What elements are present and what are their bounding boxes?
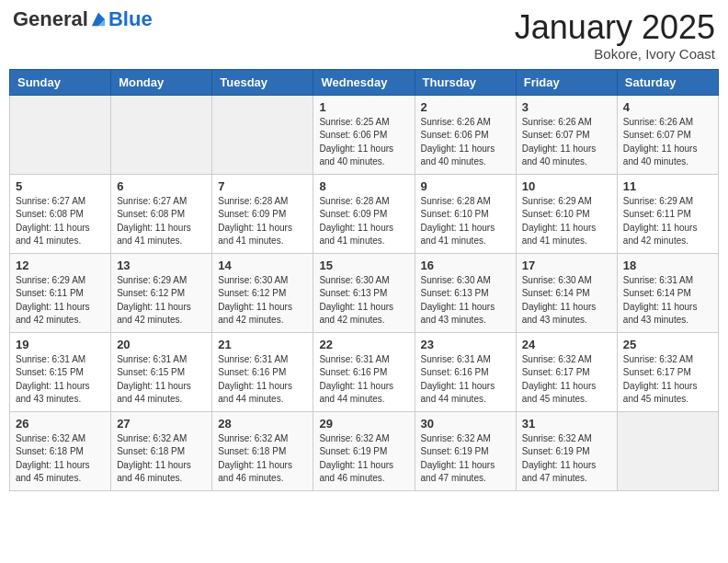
day-header-sunday: Sunday — [10, 69, 111, 95]
day-number: 14 — [218, 259, 307, 272]
day-info: Sunrise: 6:31 AM Sunset: 6:15 PM Dayligh… — [117, 353, 206, 407]
calendar-cell: 25Sunrise: 6:32 AM Sunset: 6:17 PM Dayli… — [617, 332, 718, 411]
calendar-cell: 18Sunrise: 6:31 AM Sunset: 6:14 PM Dayli… — [617, 253, 718, 332]
calendar-cell: 8Sunrise: 6:28 AM Sunset: 6:09 PM Daylig… — [313, 174, 415, 253]
day-number: 21 — [218, 338, 307, 351]
day-number: 9 — [421, 179, 510, 193]
calendar-cell: 3Sunrise: 6:26 AM Sunset: 6:07 PM Daylig… — [516, 95, 617, 174]
day-info: Sunrise: 6:28 AM Sunset: 6:10 PM Dayligh… — [421, 195, 510, 248]
day-info: Sunrise: 6:31 AM Sunset: 6:15 PM Dayligh… — [16, 353, 105, 407]
day-number: 25 — [623, 338, 712, 351]
day-info: Sunrise: 6:29 AM Sunset: 6:11 PM Dayligh… — [623, 195, 712, 248]
calendar-cell: 11Sunrise: 6:29 AM Sunset: 6:11 PM Dayli… — [617, 174, 718, 253]
day-number: 7 — [218, 179, 307, 193]
location-subtitle: Bokore, Ivory Coast — [515, 46, 715, 62]
day-number: 27 — [117, 417, 206, 431]
calendar-cell: 24Sunrise: 6:32 AM Sunset: 6:17 PM Dayli… — [516, 332, 617, 411]
calendar-cell: 30Sunrise: 6:32 AM Sunset: 6:19 PM Dayli… — [415, 411, 516, 490]
calendar-cell: 13Sunrise: 6:29 AM Sunset: 6:12 PM Dayli… — [111, 253, 212, 332]
day-info: Sunrise: 6:26 AM Sunset: 6:07 PM Dayligh… — [623, 116, 712, 169]
day-number: 15 — [319, 259, 408, 272]
calendar-cell: 27Sunrise: 6:32 AM Sunset: 6:18 PM Dayli… — [111, 411, 212, 490]
day-number: 4 — [623, 100, 712, 114]
day-info: Sunrise: 6:27 AM Sunset: 6:08 PM Dayligh… — [117, 195, 206, 248]
calendar-cell: 19Sunrise: 6:31 AM Sunset: 6:15 PM Dayli… — [10, 332, 111, 411]
day-number: 30 — [421, 417, 510, 431]
day-info: Sunrise: 6:30 AM Sunset: 6:13 PM Dayligh… — [319, 274, 408, 327]
calendar-cell: 20Sunrise: 6:31 AM Sunset: 6:15 PM Dayli… — [111, 332, 212, 411]
day-number: 1 — [319, 100, 408, 114]
day-header-wednesday: Wednesday — [313, 69, 415, 95]
calendar-cell: 4Sunrise: 6:26 AM Sunset: 6:07 PM Daylig… — [617, 95, 718, 174]
calendar-cell: 31Sunrise: 6:32 AM Sunset: 6:19 PM Dayli… — [516, 411, 617, 490]
calendar-week-row: 26Sunrise: 6:32 AM Sunset: 6:18 PM Dayli… — [10, 411, 719, 490]
calendar-cell — [617, 411, 718, 490]
day-number: 19 — [16, 338, 105, 351]
calendar-week-row: 1Sunrise: 6:25 AM Sunset: 6:06 PM Daylig… — [10, 95, 719, 174]
calendar-week-row: 5Sunrise: 6:27 AM Sunset: 6:08 PM Daylig… — [10, 174, 719, 253]
day-info: Sunrise: 6:31 AM Sunset: 6:16 PM Dayligh… — [218, 353, 307, 407]
day-number: 22 — [319, 338, 408, 351]
page-header: General Blue January 2025 Bokore, Ivory … — [9, 9, 719, 62]
day-number: 5 — [16, 179, 105, 193]
day-info: Sunrise: 6:30 AM Sunset: 6:12 PM Dayligh… — [218, 274, 307, 327]
calendar-cell: 2Sunrise: 6:26 AM Sunset: 6:06 PM Daylig… — [415, 95, 516, 174]
day-number: 28 — [218, 417, 307, 431]
day-header-tuesday: Tuesday — [212, 69, 313, 95]
calendar-cell: 23Sunrise: 6:31 AM Sunset: 6:16 PM Dayli… — [415, 332, 516, 411]
calendar-week-row: 12Sunrise: 6:29 AM Sunset: 6:11 PM Dayli… — [10, 253, 719, 332]
day-info: Sunrise: 6:28 AM Sunset: 6:09 PM Dayligh… — [319, 195, 408, 248]
day-info: Sunrise: 6:30 AM Sunset: 6:14 PM Dayligh… — [522, 274, 611, 327]
day-number: 13 — [117, 259, 206, 272]
calendar-cell: 5Sunrise: 6:27 AM Sunset: 6:08 PM Daylig… — [10, 174, 111, 253]
logo-blue-text: Blue — [108, 9, 153, 29]
day-info: Sunrise: 6:32 AM Sunset: 6:17 PM Dayligh… — [623, 353, 712, 407]
calendar-cell: 15Sunrise: 6:30 AM Sunset: 6:13 PM Dayli… — [313, 253, 415, 332]
day-header-thursday: Thursday — [415, 69, 516, 95]
calendar-cell: 21Sunrise: 6:31 AM Sunset: 6:16 PM Dayli… — [212, 332, 313, 411]
calendar-cell: 26Sunrise: 6:32 AM Sunset: 6:18 PM Dayli… — [10, 411, 111, 490]
day-info: Sunrise: 6:26 AM Sunset: 6:06 PM Dayligh… — [421, 116, 510, 169]
day-info: Sunrise: 6:32 AM Sunset: 6:17 PM Dayligh… — [522, 353, 611, 407]
day-info: Sunrise: 6:32 AM Sunset: 6:19 PM Dayligh… — [522, 432, 611, 486]
day-info: Sunrise: 6:31 AM Sunset: 6:16 PM Dayligh… — [319, 353, 408, 407]
day-header-friday: Friday — [516, 69, 617, 95]
day-info: Sunrise: 6:32 AM Sunset: 6:18 PM Dayligh… — [117, 432, 206, 486]
day-number: 8 — [319, 179, 408, 193]
day-info: Sunrise: 6:29 AM Sunset: 6:11 PM Dayligh… — [16, 274, 105, 327]
day-number: 2 — [421, 100, 510, 114]
day-info: Sunrise: 6:30 AM Sunset: 6:13 PM Dayligh… — [421, 274, 510, 327]
logo-icon — [90, 11, 107, 28]
day-info: Sunrise: 6:29 AM Sunset: 6:10 PM Dayligh… — [522, 195, 611, 248]
calendar-cell: 6Sunrise: 6:27 AM Sunset: 6:08 PM Daylig… — [111, 174, 212, 253]
day-info: Sunrise: 6:32 AM Sunset: 6:19 PM Dayligh… — [421, 432, 510, 486]
calendar-cell: 29Sunrise: 6:32 AM Sunset: 6:19 PM Dayli… — [313, 411, 415, 490]
calendar-cell: 28Sunrise: 6:32 AM Sunset: 6:18 PM Dayli… — [212, 411, 313, 490]
day-number: 29 — [319, 417, 408, 431]
calendar-cell: 12Sunrise: 6:29 AM Sunset: 6:11 PM Dayli… — [10, 253, 111, 332]
calendar-cell: 22Sunrise: 6:31 AM Sunset: 6:16 PM Dayli… — [313, 332, 415, 411]
day-number: 23 — [421, 338, 510, 351]
day-header-monday: Monday — [111, 69, 212, 95]
day-number: 17 — [522, 259, 611, 272]
calendar-week-row: 19Sunrise: 6:31 AM Sunset: 6:15 PM Dayli… — [10, 332, 719, 411]
day-number: 16 — [421, 259, 510, 272]
day-number: 26 — [16, 417, 105, 431]
calendar-cell: 10Sunrise: 6:29 AM Sunset: 6:10 PM Dayli… — [516, 174, 617, 253]
calendar-header-row: SundayMondayTuesdayWednesdayThursdayFrid… — [10, 69, 719, 95]
calendar-cell — [111, 95, 212, 174]
day-header-saturday: Saturday — [617, 69, 718, 95]
day-number: 10 — [522, 179, 611, 193]
day-number: 6 — [117, 179, 206, 193]
day-number: 24 — [522, 338, 611, 351]
month-title: January 2025 — [515, 9, 715, 46]
logo-general-text: General — [13, 9, 88, 29]
calendar-cell — [212, 95, 313, 174]
day-info: Sunrise: 6:26 AM Sunset: 6:07 PM Dayligh… — [522, 116, 611, 169]
calendar-table: SundayMondayTuesdayWednesdayThursdayFrid… — [9, 69, 719, 491]
day-info: Sunrise: 6:29 AM Sunset: 6:12 PM Dayligh… — [117, 274, 206, 327]
calendar-cell: 14Sunrise: 6:30 AM Sunset: 6:12 PM Dayli… — [212, 253, 313, 332]
logo: General Blue — [13, 9, 153, 29]
day-number: 31 — [522, 417, 611, 431]
day-info: Sunrise: 6:32 AM Sunset: 6:19 PM Dayligh… — [319, 432, 408, 486]
